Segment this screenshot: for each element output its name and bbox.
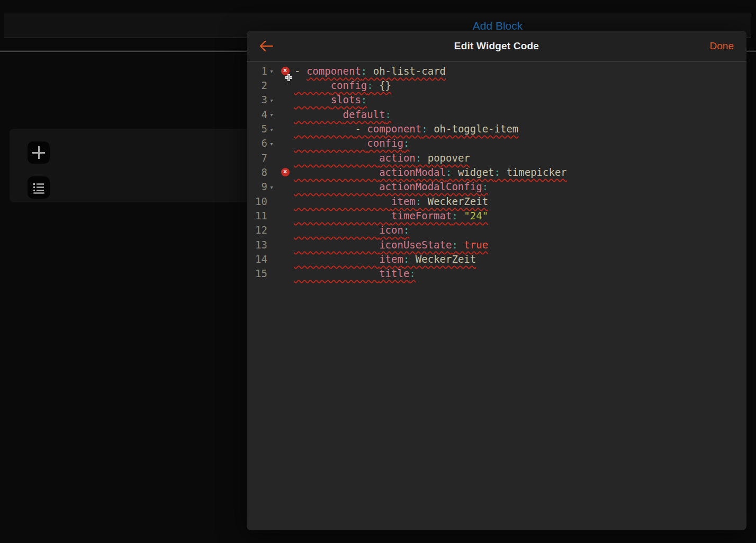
token-val: popover	[421, 152, 470, 164]
token-punct: :	[446, 166, 452, 178]
line-number: 12	[247, 224, 267, 236]
code-text: config: {}	[294, 79, 391, 91]
token-val: WeckerZeit	[409, 253, 476, 265]
lint-squiggle-span: component: oh-list-card	[307, 65, 446, 77]
token-ws	[294, 239, 379, 251]
token-key: component	[367, 123, 421, 135]
token-punct: :	[361, 94, 367, 105]
modal-header: Edit Widget Code Done	[247, 31, 746, 61]
token-val: -	[355, 123, 367, 135]
token-str: "24"	[458, 210, 488, 221]
lint-squiggle-span: - component: oh-toggle-item	[294, 123, 518, 135]
token-val: oh-toggle-item	[428, 123, 519, 135]
token-ws	[294, 137, 367, 149]
code-line[interactable]: 9▾ actionModalConfig:	[247, 180, 746, 194]
token-ws	[294, 79, 331, 91]
done-button[interactable]: Done	[710, 40, 734, 52]
fold-arrow-icon[interactable]: ▾	[267, 67, 276, 74]
fold-arrow-icon[interactable]: ▾	[267, 140, 276, 147]
token-key: default	[343, 109, 385, 120]
fold-arrow-icon[interactable]: ▾	[267, 111, 276, 118]
token-ws	[294, 210, 391, 221]
code-line[interactable]: 14 item: WeckerZeit	[247, 252, 746, 266]
fold-spacer	[267, 172, 276, 173]
fold-spacer	[267, 259, 276, 260]
token-punct: :	[403, 253, 409, 265]
token-key: config	[331, 79, 367, 91]
fold-spacer	[267, 229, 276, 230]
lint-squiggle-span: iconUseState: true	[294, 239, 488, 251]
token-punct: :	[416, 195, 421, 207]
token-punct: :	[409, 268, 415, 279]
token-key: item	[391, 195, 416, 207]
code-line[interactable]: 15 title:	[247, 266, 746, 281]
edit-widget-code-modal: Edit Widget Code Done 1▾×- component: oh…	[247, 31, 746, 530]
line-number: 13	[247, 239, 267, 251]
line-number: 6	[247, 137, 267, 149]
token-ws	[294, 195, 391, 207]
token-val: oh-list-card	[367, 65, 446, 77]
code-line[interactable]: 2 config: {}	[247, 78, 746, 92]
fold-spacer	[267, 157, 276, 158]
code-text: actionModal: widget: timepicker	[294, 166, 567, 178]
fold-arrow-icon[interactable]: ▾	[267, 126, 276, 132]
lint-squiggle-span: item: WeckerZeit	[294, 253, 476, 265]
code-line[interactable]: 12 icon:	[247, 223, 746, 237]
lint-squiggle-span: icon:	[294, 224, 409, 236]
code-line[interactable]: 5▾ - component: oh-toggle-item	[247, 121, 746, 136]
token-key: actionModalConfig	[379, 181, 482, 192]
code-line[interactable]: 4▾ default:	[247, 107, 746, 121]
list-card-button[interactable]	[28, 176, 50, 199]
code-line[interactable]: 13 iconUseState: true	[247, 237, 746, 252]
code-text: config:	[294, 137, 409, 149]
code-line[interactable]: 10 item: WeckerZeit	[247, 194, 746, 208]
fold-spacer	[267, 215, 276, 216]
fold-arrow-icon[interactable]: ▾	[267, 183, 276, 190]
token-atom: true	[458, 239, 488, 251]
token-val: WeckerZeit	[421, 195, 488, 207]
fold-spacer	[267, 244, 276, 245]
token-key: timeFormat	[391, 210, 452, 221]
token-key: component	[307, 65, 361, 77]
code-line[interactable]: 6▾ config:	[247, 136, 746, 150]
line-number: 10	[247, 195, 267, 207]
code-line[interactable]: 11 timeFormat: "24"	[247, 208, 746, 222]
token-key: title	[379, 268, 409, 279]
line-number: 8	[247, 166, 267, 178]
token-punct: :	[416, 152, 421, 164]
token-ws	[294, 152, 379, 164]
code-text: iconUseState: true	[294, 239, 488, 251]
code-line[interactable]: 8× actionModal: widget: timepicker	[247, 165, 746, 179]
lint-squiggle-span: item: WeckerZeit	[294, 195, 488, 207]
fold-spacer	[267, 85, 276, 86]
token-punct: :	[452, 210, 457, 221]
code-line[interactable]: 3▾ slots:	[247, 93, 746, 107]
token-punct: :	[482, 181, 488, 192]
code-text: default:	[294, 109, 391, 120]
lint-squiggle-span: action: popover	[294, 152, 470, 164]
token-key: action	[379, 152, 416, 164]
lint-squiggle-span: title:	[294, 268, 416, 279]
code-text: action: popover	[294, 152, 470, 164]
token-val: -	[294, 65, 307, 77]
yaml-code-editor[interactable]: 1▾×- component: oh-list-card2 config: {}…	[247, 61, 746, 530]
token-key: icon	[379, 224, 403, 236]
token-punct: :	[494, 166, 500, 178]
error-badge-icon: ×	[276, 168, 294, 176]
code-line[interactable]: 1▾×- component: oh-list-card	[247, 64, 746, 78]
line-number: 5	[247, 123, 267, 135]
mouse-copy-cursor-icon	[285, 74, 292, 81]
fold-arrow-icon[interactable]: ▾	[267, 96, 276, 103]
line-number: 4	[247, 109, 267, 120]
code-text: - component: oh-toggle-item	[294, 123, 518, 135]
code-line[interactable]: 7 action: popover	[247, 150, 746, 165]
lint-squiggle-span: actionModal: widget: timepicker	[294, 166, 567, 178]
add-widget-button[interactable]	[28, 141, 50, 164]
token-val: widget	[452, 166, 494, 178]
plus-icon	[32, 146, 45, 159]
token-punct: :	[385, 109, 391, 120]
token-punct: :	[421, 123, 427, 135]
line-number: 14	[247, 253, 267, 265]
token-key: iconUseState	[379, 239, 452, 251]
code-text: timeFormat: "24"	[294, 210, 488, 221]
